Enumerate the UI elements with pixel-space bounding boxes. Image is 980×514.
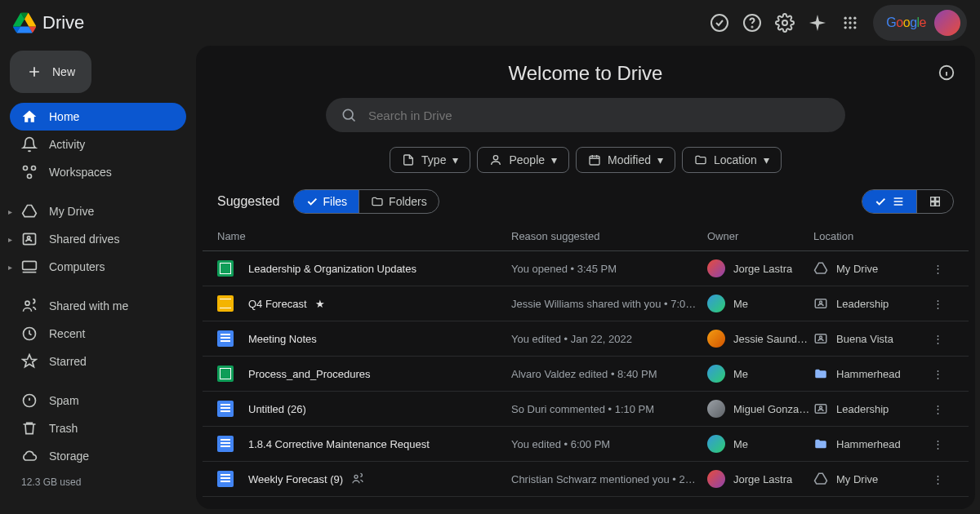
file-name: Meeting Notes [248, 333, 317, 345]
offline-ready-icon[interactable] [710, 13, 729, 33]
reason-text: So Duri commented • 1:10 PM [511, 403, 707, 415]
app-header: Drive Google [0, 0, 980, 46]
location-cell[interactable]: Hammerhead [813, 436, 921, 451]
owner-name: Jessie Saund… [733, 333, 808, 345]
chevron-down-icon: ▾ [551, 153, 557, 166]
sidebar-item-spam[interactable]: Spam [10, 387, 186, 414]
more-actions-button[interactable]: ⋮ [921, 473, 954, 485]
sidebar-item-trash[interactable]: Trash [10, 414, 186, 442]
svg-point-9 [854, 21, 857, 24]
sidebar-item-activity[interactable]: Activity [10, 131, 186, 158]
sidebar-item-label: Shared drives [49, 233, 119, 246]
chevron-right-icon: ▸ [8, 207, 12, 216]
owner-cell: Jorge Lastra [707, 470, 813, 488]
more-actions-button[interactable]: ⋮ [921, 263, 954, 275]
col-owner-header[interactable]: Owner [707, 230, 813, 242]
table-row[interactable]: Weekly Forecast (9) Christian Schwarz me… [203, 462, 969, 497]
sidebar-item-shared-with-me[interactable]: Shared with me [10, 292, 186, 320]
sidebar-item-starred[interactable]: Starred [10, 348, 186, 375]
sidebar-item-shared-drives[interactable]: ▸ Shared drives [10, 225, 186, 253]
new-button[interactable]: New [10, 51, 91, 93]
chip-type[interactable]: Type▾ [390, 147, 470, 173]
new-button-label: New [52, 65, 75, 78]
sidebar-item-label: Shared with me [49, 299, 128, 312]
sidebar-item-storage[interactable]: Storage [10, 442, 186, 470]
file-name: Leadership & Organization Updates [248, 263, 416, 275]
view-list-button[interactable] [862, 190, 916, 213]
user-avatar[interactable] [934, 10, 960, 36]
view-grid-button[interactable] [917, 190, 953, 213]
segment-folders[interactable]: Folders [359, 190, 439, 213]
owner-name: Me [733, 438, 748, 450]
sidebar-item-label: Storage [49, 450, 89, 463]
owner-avatar [707, 259, 725, 277]
location-cell[interactable]: Leadership [813, 401, 921, 416]
sidebar-item-label: Computers [49, 260, 105, 273]
location-cell[interactable]: Leadership [813, 296, 921, 311]
sidebar-item-home[interactable]: Home [10, 103, 186, 131]
more-actions-button[interactable]: ⋮ [921, 438, 954, 450]
help-icon[interactable] [742, 13, 762, 33]
gemini-sparkle-icon[interactable] [808, 13, 827, 33]
chevron-down-icon: ▾ [657, 153, 663, 166]
file-name: 1.8.4 Corrective Maintenance Request [248, 438, 430, 450]
owner-cell: Miguel Gonza… [707, 400, 813, 418]
owner-cell: Me [707, 365, 813, 383]
owner-name: Me [733, 298, 748, 310]
sidebar-item-label: Trash [49, 422, 78, 435]
sidebar-item-recent[interactable]: Recent [10, 320, 186, 348]
file-type-icon [217, 401, 234, 417]
col-reason-header[interactable]: Reason suggested [511, 230, 707, 242]
svg-point-14 [32, 166, 36, 171]
col-name-header[interactable]: Name [217, 230, 511, 242]
clock-icon [21, 326, 38, 342]
search-bar[interactable] [326, 98, 845, 132]
more-actions-button[interactable]: ⋮ [921, 403, 954, 415]
file-type-icon [217, 366, 234, 382]
info-icon[interactable] [938, 64, 956, 82]
sidebar-item-my-drive[interactable]: ▸ My Drive [10, 197, 186, 225]
svg-rect-28 [936, 202, 940, 206]
apps-grid-icon[interactable] [840, 13, 860, 33]
sidebar-item-workspaces[interactable]: Workspaces [10, 158, 186, 186]
file-name: Weekly Forecast (9) [248, 473, 343, 485]
sidebar: New Home Activity Workspaces ▸ My Drive … [0, 46, 196, 514]
table-row[interactable]: Untitled (26) So Duri commented • 1:10 P… [203, 392, 969, 427]
settings-gear-icon[interactable] [775, 13, 795, 33]
drive-logo-icon [13, 11, 36, 34]
search-input[interactable] [368, 109, 831, 122]
logo-area[interactable]: Drive [13, 11, 84, 34]
table-header: Name Reason suggested Owner Location [203, 222, 969, 251]
star-icon: ★ [315, 298, 325, 310]
owner-cell: Me [707, 435, 813, 453]
table-row[interactable]: 1.8.4 Corrective Maintenance Request You… [203, 427, 969, 462]
more-actions-button[interactable]: ⋮ [921, 333, 954, 345]
location-cell[interactable]: Hammerhead [813, 366, 921, 381]
sidebar-item-computers[interactable]: ▸ Computers [10, 253, 186, 281]
app-title: Drive [42, 12, 84, 33]
location-cell[interactable]: Buena Vista [813, 331, 921, 346]
table-row[interactable]: Q4 Forecast★ Jessie Williams shared with… [203, 286, 969, 321]
chip-location[interactable]: Location▾ [682, 147, 782, 173]
svg-point-35 [354, 475, 358, 478]
location-cell[interactable]: My Drive [813, 472, 921, 486]
segment-files[interactable]: Files [294, 190, 359, 213]
table-row[interactable]: Leadership & Organization Updates You op… [203, 251, 969, 286]
reason-text: Jessie Williams shared with you • 7:0… [511, 298, 707, 310]
owner-name: Miguel Gonza… [733, 403, 809, 415]
svg-point-10 [844, 26, 847, 29]
owner-name: Jorge Lastra [733, 473, 792, 485]
more-actions-button[interactable]: ⋮ [921, 298, 954, 310]
chip-modified[interactable]: Modified▾ [576, 147, 675, 173]
location-cell[interactable]: My Drive [813, 261, 921, 276]
page-title: Welcome to Drive [203, 62, 969, 85]
col-location-header[interactable]: Location [813, 230, 921, 242]
svg-point-7 [844, 21, 847, 24]
sidebar-item-label: Starred [49, 355, 87, 368]
table-row[interactable]: Process_and_Procedures Alvaro Valdez edi… [203, 357, 969, 392]
account-pill[interactable]: Google [873, 5, 967, 41]
table-row[interactable]: Meeting Notes You edited • Jan 22, 2022 … [203, 321, 969, 357]
plus-icon [26, 64, 42, 80]
chip-people[interactable]: People▾ [477, 147, 569, 173]
more-actions-button[interactable]: ⋮ [921, 368, 954, 380]
